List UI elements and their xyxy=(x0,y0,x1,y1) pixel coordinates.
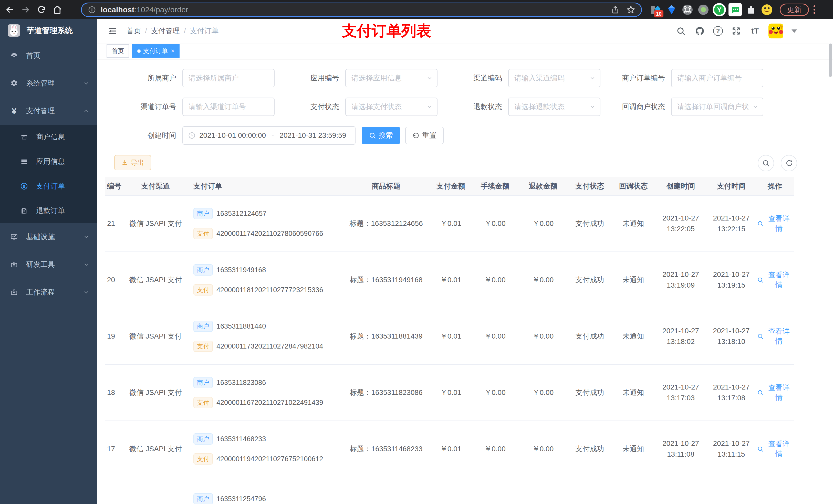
extension-puzzle-icon[interactable] xyxy=(744,3,758,16)
extension-gem-icon[interactable] xyxy=(665,3,678,16)
browser-menu-icon[interactable] xyxy=(813,5,815,14)
app-shell: 芋道管理系统 首页 系统管理 ¥ 支付管理 xyxy=(0,19,833,504)
pay-tag: 支付 xyxy=(193,453,213,464)
back-icon[interactable] xyxy=(4,4,15,15)
url-text[interactable]: localhost:1024/pay/order xyxy=(101,5,611,14)
grid-icon xyxy=(20,158,28,165)
close-icon[interactable]: × xyxy=(171,48,174,54)
merchant-order-input[interactable] xyxy=(671,69,763,87)
merchant-select[interactable] xyxy=(182,69,275,87)
channel-code-select[interactable] xyxy=(508,69,600,87)
active-dot xyxy=(137,49,141,53)
hamburger-icon[interactable] xyxy=(108,26,117,36)
filter-channel-code: 渠道编码 xyxy=(458,69,600,87)
table-tools xyxy=(758,155,797,171)
breadcrumb-pay-manage[interactable]: 支付管理 xyxy=(151,26,180,36)
main-area: 首页 / 支付管理 / 支付订单 支付订单列表 ? xyxy=(97,19,833,504)
table-row: 21 微信 JSAPI 支付 商户1635312124657 支付4200001… xyxy=(105,195,794,252)
channel-order-input[interactable] xyxy=(182,98,275,116)
fullscreen-icon[interactable] xyxy=(731,25,742,37)
sidebar: 芋道管理系统 首页 系统管理 ¥ 支付管理 xyxy=(0,19,97,504)
tab-home[interactable]: 首页 xyxy=(106,44,129,57)
forward-icon[interactable] xyxy=(20,4,31,15)
pay-submenu: 商户信息 应用信息 支付订单 xyxy=(0,125,97,223)
filter-create-time: 创建时间 2021-10-01 00:00:00 - 2021-10-31 23… xyxy=(132,126,356,145)
extension-command-icon[interactable] xyxy=(681,3,694,16)
sidebar-item-app-info[interactable]: 应用信息 xyxy=(0,149,97,174)
filter-label: 渠道订单号 xyxy=(132,102,176,112)
extension-dot-icon[interactable] xyxy=(697,3,710,16)
sidebar-item-home[interactable]: 首页 xyxy=(0,42,97,69)
update-button[interactable]: 更新 xyxy=(780,4,809,16)
view-detail-link[interactable]: 查看详情 xyxy=(757,439,792,459)
app-select[interactable] xyxy=(345,69,437,87)
col-amount: 支付金额 xyxy=(430,177,471,195)
extension-emoji-icon[interactable] xyxy=(760,3,774,16)
help-icon[interactable]: ? xyxy=(713,26,723,36)
reset-button[interactable]: 重置 xyxy=(405,127,444,144)
view-detail-link[interactable]: 查看详情 xyxy=(757,214,792,233)
bookmark-star-icon[interactable] xyxy=(626,5,636,14)
sidebar-logo[interactable]: 芋道管理系统 xyxy=(0,19,97,42)
extension-badge: 10 xyxy=(654,10,663,18)
app-title: 芋道管理系统 xyxy=(27,25,73,36)
extension-y-icon[interactable]: Y xyxy=(713,3,726,16)
caret-down-icon[interactable] xyxy=(791,29,797,33)
filter-row-2: 渠道订单号 支付状态 退款状态 回调商户状态 xyxy=(97,98,833,116)
tab-label: 首页 xyxy=(112,47,124,55)
view-detail-link[interactable]: 查看详情 xyxy=(757,327,792,346)
date-range-picker[interactable]: 2021-10-01 00:00:00 - 2021-10-31 23:59:5… xyxy=(182,126,356,145)
info-icon[interactable] xyxy=(88,6,96,14)
sidebar-item-merchant-info[interactable]: 商户信息 xyxy=(0,125,97,149)
sidebar-item-infra[interactable]: 基础设施 xyxy=(0,223,97,251)
sidebar-item-pay[interactable]: ¥ 支付管理 xyxy=(0,97,97,125)
extension-tampermonkey-icon[interactable]: 10 xyxy=(649,3,662,16)
browser-chrome: localhost:1024/pay/order 10 Y xyxy=(0,0,833,19)
extension-chat-icon[interactable] xyxy=(729,3,742,16)
sidebar-item-label: 基础设施 xyxy=(26,232,55,242)
sidebar-item-dev-tools[interactable]: 研发工具 xyxy=(0,251,97,279)
filter-label: 支付状态 xyxy=(295,102,339,112)
toolbox-icon xyxy=(10,261,19,268)
breadcrumb-home[interactable]: 首页 xyxy=(126,26,141,36)
col-pay-time: 支付时间 xyxy=(707,177,756,195)
sidebar-item-workflow[interactable]: 工作流程 xyxy=(0,279,97,306)
filter-label: 回调商户状态 xyxy=(621,102,665,112)
export-button[interactable]: 导出 xyxy=(114,155,151,170)
reload-icon[interactable] xyxy=(36,4,47,15)
tab-pay-order[interactable]: 支付订单 × xyxy=(132,44,180,57)
app-navbar: 首页 / 支付管理 / 支付订单 支付订单列表 ? xyxy=(97,19,833,43)
refund-doc-icon xyxy=(20,207,28,214)
show-search-button[interactable] xyxy=(758,155,774,171)
notify-status-select[interactable] xyxy=(671,98,763,116)
view-detail-link[interactable]: 查看详情 xyxy=(757,383,792,402)
sidebar-item-system[interactable]: 系统管理 xyxy=(0,69,97,97)
refresh-button[interactable] xyxy=(781,155,797,171)
home-icon[interactable] xyxy=(52,4,63,15)
font-size-icon[interactable]: tT xyxy=(749,25,761,37)
merchant-tag: 商户 xyxy=(193,433,213,445)
github-icon[interactable] xyxy=(694,25,706,37)
sidebar-item-pay-order[interactable]: 支付订单 xyxy=(0,174,97,198)
refund-status-select[interactable] xyxy=(508,98,600,116)
search-button[interactable]: 搜索 xyxy=(362,127,400,144)
view-detail-link[interactable]: 查看详情 xyxy=(757,270,792,290)
chevron-up-icon xyxy=(83,107,90,114)
sidebar-item-label: 工作流程 xyxy=(26,287,55,297)
url-bar[interactable]: localhost:1024/pay/order xyxy=(81,3,642,17)
share-icon[interactable] xyxy=(611,5,620,14)
search-icon[interactable] xyxy=(675,25,687,37)
filter-label: 应用编号 xyxy=(295,73,339,83)
clock-icon xyxy=(188,131,196,139)
sidebar-item-refund-order[interactable]: 退款订单 xyxy=(0,198,97,223)
col-pay-order: 支付订单 xyxy=(188,177,342,195)
sidebar-item-label: 研发工具 xyxy=(26,260,55,269)
gear-icon xyxy=(10,79,19,87)
page-scrollbar[interactable] xyxy=(829,44,832,77)
pay-status-select[interactable] xyxy=(345,98,437,116)
avatar[interactable] xyxy=(768,24,783,39)
y-ext-glyph: Y xyxy=(717,6,721,14)
sidebar-menu: 首页 系统管理 ¥ 支付管理 xyxy=(0,42,97,306)
table-row: 19 微信 JSAPI 支付 商户1635311881440 支付4200001… xyxy=(105,308,794,364)
filter-channel-order-no: 渠道订单号 xyxy=(132,98,275,116)
